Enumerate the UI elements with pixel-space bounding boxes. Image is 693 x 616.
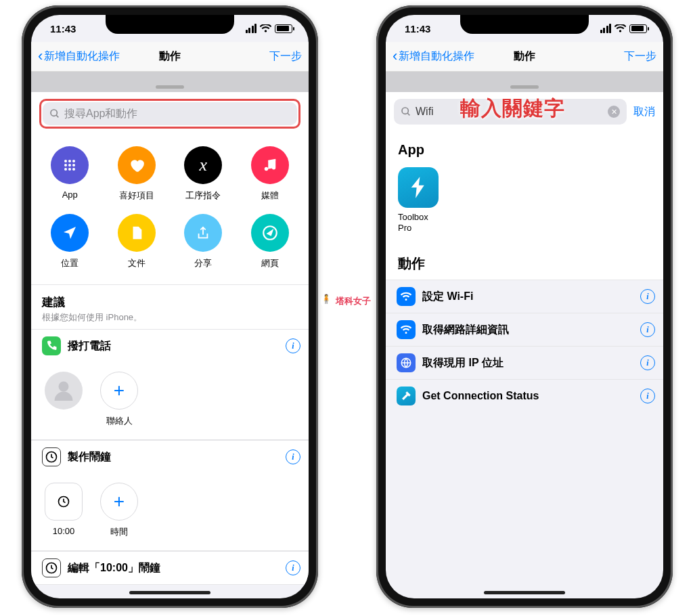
battery-icon xyxy=(275,24,292,33)
add-option[interactable]: +聯絡人 xyxy=(100,372,138,427)
app-section-title: App xyxy=(386,131,663,164)
annotation-overlay: 輸入關鍵字 xyxy=(460,95,565,123)
grid-icon xyxy=(51,146,89,184)
info-icon[interactable]: i xyxy=(640,289,655,304)
category-label: 文件 xyxy=(128,257,146,269)
person-icon xyxy=(45,372,83,410)
status-time: 11:43 xyxy=(50,23,76,35)
info-icon[interactable]: i xyxy=(640,322,655,337)
suggestion-row[interactable]: 製作鬧鐘i xyxy=(31,440,309,473)
category-媒體[interactable]: 媒體 xyxy=(237,146,304,202)
svg-point-12 xyxy=(59,382,69,392)
hammer-icon xyxy=(397,387,416,405)
category-位置[interactable]: 位置 xyxy=(37,214,104,269)
svg-point-0 xyxy=(51,110,57,116)
info-icon[interactable]: i xyxy=(286,560,300,575)
chevron-left-icon: ‹ xyxy=(38,49,43,64)
info-icon[interactable]: i xyxy=(640,389,655,403)
home-indicator[interactable] xyxy=(484,591,565,594)
sheet-grabber-area xyxy=(386,72,663,92)
search-value: Wifi xyxy=(416,106,434,118)
suggestion-row[interactable]: 編輯「10:00」鬧鐘i xyxy=(31,551,309,584)
contact-placeholder[interactable] xyxy=(45,372,83,415)
grabber[interactable] xyxy=(156,85,184,89)
suggestion-title: 撥打電話 xyxy=(68,339,111,353)
action-row[interactable]: Get Connection Statusi xyxy=(386,379,663,412)
action-section-title: 動作 xyxy=(386,240,663,280)
suggestions-header: 建議 根據您如何使用 iPhone。 xyxy=(31,285,309,329)
category-App[interactable]: App xyxy=(37,146,104,202)
search-input[interactable]: 搜尋App和動作 xyxy=(43,102,297,125)
category-label: 網頁 xyxy=(261,257,279,269)
clear-icon[interactable]: ✕ xyxy=(608,106,620,118)
suggestion-options: +聯絡人 xyxy=(31,362,309,439)
sheet-grabber-area xyxy=(31,72,309,92)
cancel-button[interactable]: 取消 xyxy=(633,105,655,119)
share-icon xyxy=(184,214,222,252)
search-placeholder: 搜尋App和動作 xyxy=(64,107,137,121)
back-button[interactable]: ‹ 新增自動化操作 xyxy=(38,49,120,64)
svg-point-5 xyxy=(64,164,67,167)
notch xyxy=(106,15,234,34)
add-option[interactable]: +時間 xyxy=(100,483,138,538)
signal-icon xyxy=(246,24,257,33)
signal-icon xyxy=(600,24,612,33)
x-icon: x xyxy=(184,146,222,184)
search-icon xyxy=(401,106,411,117)
next-button[interactable]: 下一步 xyxy=(624,49,656,64)
svg-point-16 xyxy=(402,108,408,114)
option-label: 時間 xyxy=(110,526,128,538)
category-label: 喜好項目 xyxy=(119,190,154,202)
clock-icon xyxy=(45,483,83,521)
nav-bar: ‹ 新增自動化操作 動作 下一步 xyxy=(386,42,663,72)
suggestion-group: 撥打電話i+聯絡人 xyxy=(31,329,309,440)
category-label: 媒體 xyxy=(261,190,279,202)
category-喜好項目[interactable]: 喜好項目 xyxy=(104,146,171,202)
action-label: 設定 Wi-Fi xyxy=(422,290,473,304)
suggestion-icon xyxy=(42,558,61,577)
chevron-left-icon: ‹ xyxy=(393,49,397,64)
option-label: 聯絡人 xyxy=(106,415,133,427)
category-分享[interactable]: 分享 xyxy=(170,214,237,269)
action-row[interactable]: 設定 Wi-Fii xyxy=(386,280,663,313)
watermark-icon: 🧍 xyxy=(321,294,333,309)
category-文件[interactable]: 文件 xyxy=(104,214,171,269)
app-result[interactable]: Toolbox Pro xyxy=(386,164,663,240)
svg-line-17 xyxy=(407,113,409,115)
battery-icon xyxy=(629,24,647,33)
music-icon xyxy=(251,146,289,184)
info-icon[interactable]: i xyxy=(286,338,300,353)
compass-icon xyxy=(251,214,289,252)
search-row: Wifi ✕ 取消 輸入關鍵字 xyxy=(386,92,663,131)
suggestion-icon xyxy=(42,336,61,355)
next-button[interactable]: 下一步 xyxy=(269,49,302,64)
back-button[interactable]: ‹ 新增自動化操作 xyxy=(393,49,474,64)
toolbox-pro-icon xyxy=(398,167,439,208)
action-label: Get Connection Status xyxy=(422,390,539,402)
svg-point-10 xyxy=(72,168,75,171)
category-grid: App喜好項目x工序指令媒體位置文件分享網頁 xyxy=(31,135,309,285)
suggestion-title: 編輯「10:00」鬧鐘 xyxy=(68,561,160,575)
category-網頁[interactable]: 網頁 xyxy=(237,214,304,269)
plus-icon: + xyxy=(100,372,138,410)
action-label: 取得網路詳細資訊 xyxy=(422,323,509,337)
svg-point-9 xyxy=(68,168,71,171)
category-label: 位置 xyxy=(61,257,79,269)
doc-icon xyxy=(118,214,156,252)
nav-title: 動作 xyxy=(514,49,535,64)
globe-icon xyxy=(397,353,416,372)
info-icon[interactable]: i xyxy=(640,355,655,370)
suggestions-title: 建議 xyxy=(42,294,298,310)
grabber[interactable] xyxy=(510,85,539,89)
clock-option[interactable]: 10:00 xyxy=(45,483,83,536)
suggestion-row[interactable]: 撥打電話i xyxy=(31,329,309,362)
action-row[interactable]: 取得現用 IP 位址i xyxy=(386,346,663,379)
nav-title: 動作 xyxy=(159,49,181,64)
category-工序指令[interactable]: x工序指令 xyxy=(170,146,237,202)
home-indicator[interactable] xyxy=(129,591,210,594)
svg-point-3 xyxy=(68,160,71,162)
suggestion-title: 製作鬧鐘 xyxy=(68,450,111,464)
info-icon[interactable]: i xyxy=(286,449,300,464)
watermark: 🧍 塔科女子 xyxy=(321,294,371,309)
action-row[interactable]: 取得網路詳細資訊i xyxy=(386,313,663,346)
